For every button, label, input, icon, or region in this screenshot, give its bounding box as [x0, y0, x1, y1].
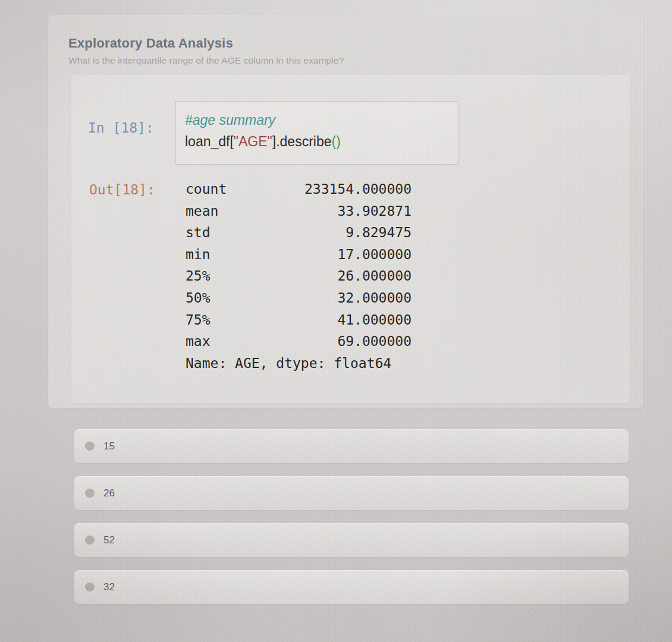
input-prompt: In [18]: [88, 120, 154, 136]
stat-label: 75% [186, 309, 211, 331]
answer-option-26[interactable]: 26 [74, 476, 629, 510]
stat-label: 25% [186, 265, 211, 287]
stat-value: 26.000000 [337, 265, 412, 287]
radio-icon[interactable] [85, 442, 95, 451]
radio-icon[interactable] [85, 536, 95, 545]
code-token: ].describe [272, 134, 332, 149]
quiz-question-card: Exploratory Data Analysis What is the in… [49, 15, 642, 408]
code-token-string: "AGE" [234, 134, 272, 149]
stat-label: max [186, 331, 211, 353]
code-cell: #age summary loan_df["AGE"].describe() [175, 101, 459, 165]
output-row: count233154.000000 [186, 178, 412, 200]
stat-value: 17.000000 [337, 244, 412, 266]
answer-option-label: 26 [103, 487, 115, 499]
stat-value: 69.000000 [337, 331, 412, 353]
stat-value: 233154.000000 [304, 178, 412, 200]
question-text: What is the interquartile range of the A… [68, 55, 344, 66]
radio-icon[interactable] [85, 489, 95, 498]
code-token-paren: () [331, 134, 340, 149]
stat-label: min [186, 244, 211, 266]
page-title: Exploratory Data Analysis [68, 36, 233, 51]
stat-value: 41.000000 [337, 309, 412, 331]
output-row: 50%32.000000 [186, 287, 412, 309]
stat-label: count [186, 178, 227, 200]
answer-option-label: 52 [103, 534, 115, 546]
stat-value: 32.000000 [337, 287, 412, 309]
answer-option-label: 15 [103, 440, 115, 452]
stat-label: 50% [186, 287, 211, 309]
describe-output: count233154.000000 mean33.902871 std9.82… [186, 178, 412, 374]
code-line-statement: loan_df["AGE"].describe() [185, 131, 449, 152]
code-line-comment: #age summary [185, 109, 449, 131]
output-row: 25%26.000000 [186, 265, 412, 287]
stat-value: 9.829475 [346, 222, 412, 244]
answer-option-32[interactable]: 32 [74, 570, 629, 604]
code-token-comment: #age summary [185, 112, 275, 128]
radio-icon[interactable] [85, 583, 95, 591]
series-name-line: Name: AGE, dtype: float64 [186, 353, 412, 374]
stat-label: mean [186, 200, 218, 222]
notebook-screenshot: In [18]: #age summary loan_df["AGE"].des… [71, 75, 630, 403]
output-row: max69.000000 [186, 331, 412, 353]
output-row: std9.829475 [186, 222, 412, 244]
stat-value: 33.902871 [337, 200, 412, 222]
photographed-screen: Exploratory Data Analysis What is the in… [0, 0, 672, 642]
output-row: 75%41.000000 [186, 309, 412, 331]
output-prompt: Out[18]: [89, 182, 155, 197]
stat-label: std [186, 222, 211, 244]
answer-option-label: 32 [103, 581, 115, 593]
answer-option-52[interactable]: 52 [74, 523, 629, 557]
output-row: mean33.902871 [186, 200, 412, 222]
answer-option-15[interactable]: 15 [74, 429, 629, 463]
code-token: loan_df[ [185, 134, 234, 149]
output-row: min17.000000 [186, 244, 412, 266]
